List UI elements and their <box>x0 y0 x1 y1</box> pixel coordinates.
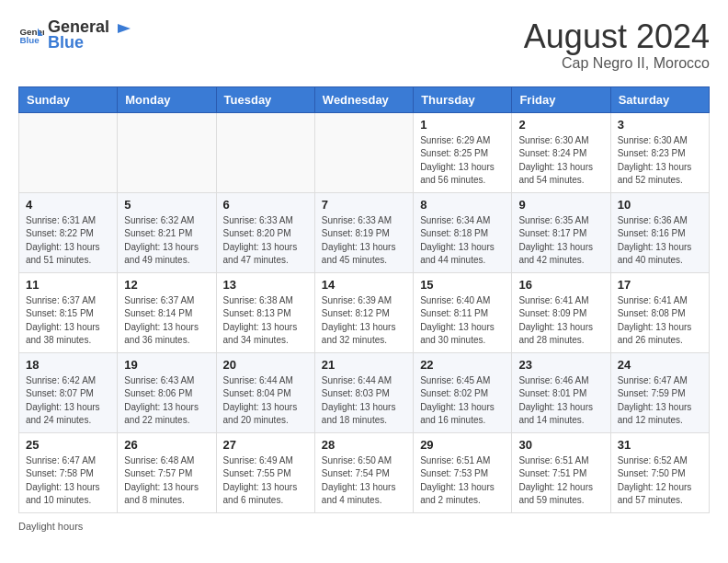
svg-text:Blue: Blue <box>19 35 40 45</box>
logo-arrow-icon <box>116 22 132 35</box>
day-number: 5 <box>124 198 209 212</box>
weekday-header: Tuesday <box>216 86 314 112</box>
footer-note: Daylight hours <box>18 521 710 532</box>
calendar-day-cell: 8Sunrise: 6:34 AM Sunset: 8:18 PM Daylig… <box>414 192 512 272</box>
day-number: 13 <box>223 278 308 292</box>
calendar-table: SundayMondayTuesdayWednesdayThursdayFrid… <box>18 86 710 513</box>
calendar-week-row: 11Sunrise: 6:37 AM Sunset: 8:15 PM Dayli… <box>19 272 710 352</box>
day-info: Sunrise: 6:47 AM Sunset: 7:59 PM Dayligh… <box>618 374 702 428</box>
day-info: Sunrise: 6:46 AM Sunset: 8:01 PM Dayligh… <box>518 374 603 428</box>
day-info: Sunrise: 6:33 AM Sunset: 8:20 PM Dayligh… <box>223 214 308 268</box>
day-info: Sunrise: 6:34 AM Sunset: 8:18 PM Dayligh… <box>420 214 505 268</box>
day-number: 23 <box>518 358 603 372</box>
calendar-day-cell: 18Sunrise: 6:42 AM Sunset: 8:07 PM Dayli… <box>19 352 118 432</box>
calendar-week-row: 25Sunrise: 6:47 AM Sunset: 7:58 PM Dayli… <box>19 432 710 512</box>
calendar-day-cell: 13Sunrise: 6:38 AM Sunset: 8:13 PM Dayli… <box>216 272 314 352</box>
calendar-day-cell: 14Sunrise: 6:39 AM Sunset: 8:12 PM Dayli… <box>314 272 413 352</box>
calendar-day-cell: 7Sunrise: 6:33 AM Sunset: 8:19 PM Daylig… <box>314 192 413 272</box>
svg-marker-3 <box>118 24 131 33</box>
day-number: 31 <box>618 438 702 452</box>
calendar-day-cell: 2Sunrise: 6:30 AM Sunset: 8:24 PM Daylig… <box>512 112 610 192</box>
calendar-day-cell: 15Sunrise: 6:40 AM Sunset: 8:11 PM Dayli… <box>414 272 512 352</box>
logo-text-blue: Blue <box>48 33 84 52</box>
weekday-header: Friday <box>512 86 610 112</box>
day-number: 6 <box>223 198 308 212</box>
day-info: Sunrise: 6:41 AM Sunset: 8:09 PM Dayligh… <box>518 294 603 348</box>
day-number: 20 <box>223 358 308 372</box>
day-info: Sunrise: 6:43 AM Sunset: 8:06 PM Dayligh… <box>124 374 209 428</box>
day-info: Sunrise: 6:32 AM Sunset: 8:21 PM Dayligh… <box>124 214 209 268</box>
day-number: 21 <box>322 358 406 372</box>
day-number: 1 <box>420 118 505 132</box>
day-info: Sunrise: 6:50 AM Sunset: 7:54 PM Dayligh… <box>322 454 406 508</box>
calendar-day-cell: 9Sunrise: 6:35 AM Sunset: 8:17 PM Daylig… <box>512 192 610 272</box>
calendar-day-cell: 16Sunrise: 6:41 AM Sunset: 8:09 PM Dayli… <box>512 272 610 352</box>
day-info: Sunrise: 6:49 AM Sunset: 7:55 PM Dayligh… <box>223 454 308 508</box>
title-area: August 2024 Cap Negro II, Morocco <box>524 18 710 72</box>
day-info: Sunrise: 6:45 AM Sunset: 8:02 PM Dayligh… <box>420 374 505 428</box>
day-info: Sunrise: 6:37 AM Sunset: 8:15 PM Dayligh… <box>26 294 110 348</box>
day-info: Sunrise: 6:51 AM Sunset: 7:51 PM Dayligh… <box>518 454 603 508</box>
day-info: Sunrise: 6:35 AM Sunset: 8:17 PM Dayligh… <box>518 214 603 268</box>
day-number: 22 <box>420 358 505 372</box>
day-number: 11 <box>26 278 110 292</box>
calendar-day-cell: 10Sunrise: 6:36 AM Sunset: 8:16 PM Dayli… <box>610 192 709 272</box>
day-number: 7 <box>322 198 406 212</box>
day-number: 19 <box>124 358 209 372</box>
daylight-label: Daylight hours <box>18 521 83 532</box>
day-info: Sunrise: 6:30 AM Sunset: 8:23 PM Dayligh… <box>618 134 702 188</box>
calendar-day-cell: 27Sunrise: 6:49 AM Sunset: 7:55 PM Dayli… <box>216 432 314 512</box>
day-info: Sunrise: 6:48 AM Sunset: 7:57 PM Dayligh… <box>124 454 209 508</box>
calendar-day-cell: 11Sunrise: 6:37 AM Sunset: 8:15 PM Dayli… <box>19 272 118 352</box>
calendar-day-cell: 21Sunrise: 6:44 AM Sunset: 8:03 PM Dayli… <box>314 352 413 432</box>
day-info: Sunrise: 6:37 AM Sunset: 8:14 PM Dayligh… <box>124 294 209 348</box>
calendar-day-cell: 17Sunrise: 6:41 AM Sunset: 8:08 PM Dayli… <box>610 272 709 352</box>
calendar-week-row: 1Sunrise: 6:29 AM Sunset: 8:25 PM Daylig… <box>19 112 710 192</box>
day-number: 9 <box>518 198 603 212</box>
calendar-day-cell: 12Sunrise: 6:37 AM Sunset: 8:14 PM Dayli… <box>118 272 216 352</box>
day-number: 4 <box>26 198 110 212</box>
calendar-day-cell: 6Sunrise: 6:33 AM Sunset: 8:20 PM Daylig… <box>216 192 314 272</box>
calendar-day-cell <box>118 112 216 192</box>
calendar-day-cell: 1Sunrise: 6:29 AM Sunset: 8:25 PM Daylig… <box>414 112 512 192</box>
calendar-body: 1Sunrise: 6:29 AM Sunset: 8:25 PM Daylig… <box>19 112 710 512</box>
weekday-header: Sunday <box>19 86 118 112</box>
calendar-day-cell <box>314 112 413 192</box>
day-info: Sunrise: 6:44 AM Sunset: 8:03 PM Dayligh… <box>322 374 406 428</box>
day-info: Sunrise: 6:30 AM Sunset: 8:24 PM Dayligh… <box>518 134 603 188</box>
calendar-day-cell: 24Sunrise: 6:47 AM Sunset: 7:59 PM Dayli… <box>610 352 709 432</box>
calendar-day-cell: 4Sunrise: 6:31 AM Sunset: 8:22 PM Daylig… <box>19 192 118 272</box>
calendar-day-cell: 3Sunrise: 6:30 AM Sunset: 8:23 PM Daylig… <box>610 112 709 192</box>
calendar-day-cell: 28Sunrise: 6:50 AM Sunset: 7:54 PM Dayli… <box>314 432 413 512</box>
calendar-day-cell <box>19 112 118 192</box>
calendar-day-cell: 26Sunrise: 6:48 AM Sunset: 7:57 PM Dayli… <box>118 432 216 512</box>
day-info: Sunrise: 6:38 AM Sunset: 8:13 PM Dayligh… <box>223 294 308 348</box>
calendar-day-cell: 22Sunrise: 6:45 AM Sunset: 8:02 PM Dayli… <box>414 352 512 432</box>
calendar-day-cell: 29Sunrise: 6:51 AM Sunset: 7:53 PM Dayli… <box>414 432 512 512</box>
calendar-day-cell: 20Sunrise: 6:44 AM Sunset: 8:04 PM Dayli… <box>216 352 314 432</box>
day-info: Sunrise: 6:40 AM Sunset: 8:11 PM Dayligh… <box>420 294 505 348</box>
month-year-title: August 2024 <box>524 18 710 55</box>
calendar-week-row: 4Sunrise: 6:31 AM Sunset: 8:22 PM Daylig… <box>19 192 710 272</box>
day-number: 15 <box>420 278 505 292</box>
day-number: 18 <box>26 358 110 372</box>
weekday-header: Saturday <box>610 86 709 112</box>
day-number: 17 <box>618 278 702 292</box>
day-info: Sunrise: 6:29 AM Sunset: 8:25 PM Dayligh… <box>420 134 505 188</box>
day-info: Sunrise: 6:31 AM Sunset: 8:22 PM Dayligh… <box>26 214 110 268</box>
day-number: 10 <box>618 198 702 212</box>
page-header: General Blue General Blue August 2024 Ca… <box>18 18 710 72</box>
weekday-header: Monday <box>118 86 216 112</box>
calendar-day-cell: 31Sunrise: 6:52 AM Sunset: 7:50 PM Dayli… <box>610 432 709 512</box>
day-number: 25 <box>26 438 110 452</box>
weekday-header: Thursday <box>414 86 512 112</box>
day-info: Sunrise: 6:44 AM Sunset: 8:04 PM Dayligh… <box>223 374 308 428</box>
day-info: Sunrise: 6:47 AM Sunset: 7:58 PM Dayligh… <box>26 454 110 508</box>
weekday-header: Wednesday <box>314 86 413 112</box>
day-info: Sunrise: 6:39 AM Sunset: 8:12 PM Dayligh… <box>322 294 406 348</box>
day-info: Sunrise: 6:51 AM Sunset: 7:53 PM Dayligh… <box>420 454 505 508</box>
day-number: 29 <box>420 438 505 452</box>
day-number: 24 <box>618 358 702 372</box>
day-number: 8 <box>420 198 505 212</box>
day-info: Sunrise: 6:33 AM Sunset: 8:19 PM Dayligh… <box>322 214 406 268</box>
